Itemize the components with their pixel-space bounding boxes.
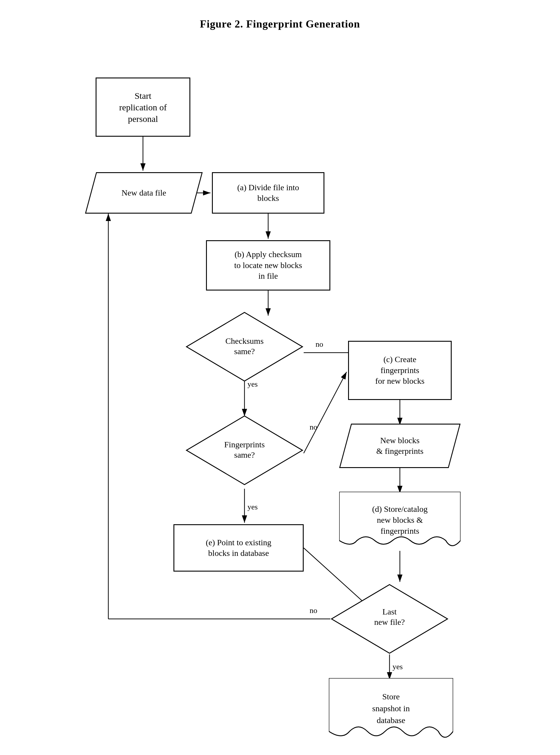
svg-text:Last: Last [382, 607, 397, 616]
fingerprints-same-diamond: Fingerprints same? [185, 415, 304, 486]
svg-text:(d) Store/catalog: (d) Store/catalog [372, 505, 427, 514]
checksums-same-diamond: Checksums same? [185, 311, 304, 382]
last-new-file-diamond: Last new file? [330, 584, 449, 654]
svg-text:no: no [309, 606, 317, 615]
new-data-file-shape: New data file [91, 172, 197, 213]
svg-text:yes: yes [393, 662, 403, 671]
svg-text:snapshot in: snapshot in [372, 704, 410, 713]
svg-text:database: database [377, 716, 405, 725]
create-fingerprints-box: (c) Create fingerprints for new blocks [348, 341, 452, 400]
svg-line-11 [304, 372, 346, 453]
svg-text:new blocks &: new blocks & [377, 515, 423, 525]
svg-text:Fingerprints: Fingerprints [224, 440, 265, 449]
store-catalog-shape: (d) Store/catalog new blocks & fingerpri… [339, 492, 461, 551]
svg-text:fingerprints: fingerprints [381, 526, 419, 535]
svg-text:same?: same? [234, 347, 255, 356]
svg-text:Store: Store [382, 692, 400, 701]
apply-checksum-box: (b) Apply checksum to locate new blocks … [206, 240, 330, 290]
point-existing-box: (e) Point to existing blocks in database [174, 524, 304, 572]
divide-blocks-box: (a) Divide file into blocks [212, 172, 324, 213]
svg-text:Checksums: Checksums [225, 336, 263, 346]
page-title: Figure 2. Fingerprint Generation [200, 18, 360, 30]
start-box: Start replication of personal [96, 78, 190, 137]
svg-text:yes: yes [247, 503, 258, 511]
svg-text:new file?: new file? [374, 617, 405, 627]
store-snapshot-shape: Store snapshot in database [329, 678, 453, 743]
svg-text:no: no [316, 340, 323, 348]
svg-text:same?: same? [234, 450, 255, 460]
svg-text:no: no [309, 423, 317, 431]
new-blocks-fp-shape: New blocks & fingerprints [345, 424, 455, 468]
